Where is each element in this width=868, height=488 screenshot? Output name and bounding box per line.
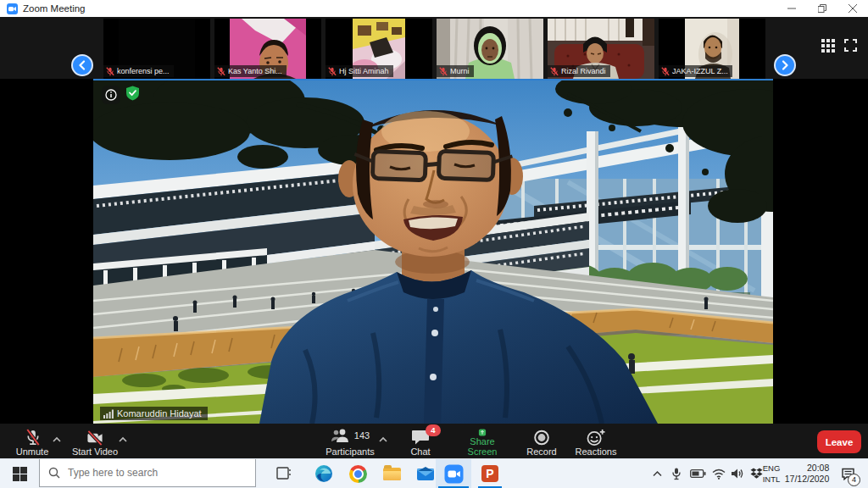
muted-mic-icon — [661, 67, 670, 76]
search-input[interactable] — [66, 466, 239, 480]
tray-volume-icon[interactable] — [727, 459, 748, 488]
meeting-info-icon[interactable] — [102, 86, 120, 104]
title-bar: Zoom Meeting — [0, 0, 868, 17]
notification-count-badge: 4 — [848, 474, 860, 486]
svg-text:P: P — [486, 467, 493, 480]
share-screen-icon — [473, 429, 492, 436]
taskbar-file-explorer-icon[interactable] — [375, 459, 409, 488]
wifi-icon — [712, 469, 726, 480]
taskbar-edge-icon[interactable] — [307, 459, 341, 488]
close-button[interactable] — [837, 0, 868, 17]
tray-show-hidden-icons[interactable] — [648, 459, 666, 488]
share-screen-button[interactable]: Share Screen — [454, 424, 510, 459]
participant-name-label: Rizal Rivandi — [548, 65, 610, 77]
participants-button[interactable]: 143 Participants — [324, 424, 376, 459]
participant-name-label: Hj Sitti Aminah — [326, 65, 393, 77]
video-options-chevron[interactable] — [119, 433, 127, 446]
next-participants-arrow[interactable] — [774, 54, 796, 76]
task-view-button[interactable] — [266, 459, 300, 488]
microphone-icon — [671, 468, 682, 480]
start-video-button[interactable]: Start Video — [70, 424, 120, 459]
participant-tile[interactable]: Murni — [437, 19, 543, 79]
encryption-shield-icon[interactable] — [125, 86, 140, 104]
taskbar-powerpoint-icon[interactable]: P — [473, 459, 507, 488]
previous-participants-arrow[interactable] — [71, 54, 93, 76]
speaker-icon — [731, 468, 744, 480]
start-button[interactable] — [0, 459, 39, 488]
zoom-app-icon — [7, 3, 18, 14]
participants-icon — [331, 429, 351, 442]
leave-button[interactable]: Leave — [817, 430, 861, 453]
tray-date: 17/12/2020 — [785, 474, 830, 484]
audio-options-chevron[interactable] — [53, 433, 61, 446]
meeting-toolbar: Unmute Start Video 143 Participants Chat… — [0, 424, 868, 459]
tray-battery-icon[interactable] — [687, 459, 709, 488]
taskbar-zoom-icon[interactable] — [436, 459, 471, 488]
active-speaker-name-label: Komaruddin Hidayat — [100, 407, 208, 420]
restore-button[interactable] — [807, 0, 837, 17]
reactions-button[interactable]: Reactions — [571, 424, 620, 459]
muted-mic-icon — [106, 67, 114, 76]
record-icon — [532, 429, 551, 446]
tray-time: 20:08 — [807, 463, 829, 473]
muted-mic-icon — [550, 67, 559, 76]
active-speaker-video: Komaruddin Hidayat — [93, 79, 773, 424]
chrome-icon — [349, 465, 367, 483]
powerpoint-icon: P — [481, 464, 499, 483]
audio-level-icon — [103, 409, 114, 419]
participant-filmstrip: konferensi pe... Kas Yanto Shi... — [0, 17, 868, 79]
participant-name-label: JAKA-IZZUL Z... — [659, 65, 732, 77]
muted-mic-icon — [217, 67, 225, 76]
windows-logo-icon — [13, 467, 27, 481]
participant-name-label: Kas Yanto Shi... — [214, 65, 287, 77]
taskbar-chrome-icon[interactable] — [341, 459, 375, 488]
fullscreen-icon[interactable] — [844, 39, 857, 54]
windows-taskbar: P ENG INTL 20:08 — [0, 458, 868, 488]
participants-count: 143 — [354, 430, 370, 441]
zoom-client-area: konferensi pe... Kas Yanto Shi... — [0, 17, 868, 459]
reactions-icon — [586, 429, 606, 446]
tray-wifi-icon[interactable] — [709, 459, 729, 488]
window-title: Zoom Meeting — [23, 3, 86, 14]
taskbar-search[interactable] — [39, 459, 256, 487]
edge-icon — [314, 464, 333, 483]
muted-mic-icon — [24, 429, 42, 446]
participant-tile[interactable]: Kas Yanto Shi... — [214, 19, 321, 79]
participant-tile[interactable]: Rizal Rivandi — [548, 19, 654, 79]
video-off-icon — [85, 429, 105, 446]
task-view-icon — [275, 466, 291, 481]
participant-name-label: konferensi pe... — [103, 65, 174, 77]
unmute-button[interactable]: Unmute — [8, 424, 56, 459]
tray-language-indicator[interactable]: ENG INTL — [759, 459, 784, 488]
mail-icon — [416, 466, 435, 481]
tray-microphone-icon[interactable] — [667, 459, 686, 488]
main-stage: Komaruddin Hidayat — [0, 79, 868, 424]
tray-clock[interactable]: 20:08 17/12/2020 — [782, 459, 832, 488]
muted-mic-icon — [439, 67, 448, 76]
participants-options-chevron[interactable] — [379, 433, 387, 446]
chat-unread-badge: 4 — [426, 424, 441, 436]
participant-name-label: Murni — [437, 65, 474, 77]
zoom-meeting-window: Zoom Meeting konferensi pe... — [0, 0, 868, 488]
participant-tile[interactable]: JAKA-IZZUL Z... — [659, 19, 765, 79]
chevron-up-icon — [653, 470, 662, 477]
zoom-icon — [444, 464, 464, 484]
chat-button[interactable]: Chat 4 — [402, 424, 439, 459]
participant-tile[interactable]: konferensi pe... — [103, 19, 210, 79]
minimize-button[interactable] — [776, 0, 807, 17]
virtual-background-scene — [93, 79, 773, 424]
participant-tile[interactable]: Hj Sitti Aminah — [326, 19, 432, 79]
muted-mic-icon — [328, 67, 337, 76]
search-icon — [48, 467, 60, 479]
record-button[interactable]: Record — [521, 424, 562, 459]
file-explorer-icon — [383, 468, 401, 480]
gallery-view-icon[interactable] — [821, 39, 835, 55]
battery-icon — [690, 469, 706, 479]
